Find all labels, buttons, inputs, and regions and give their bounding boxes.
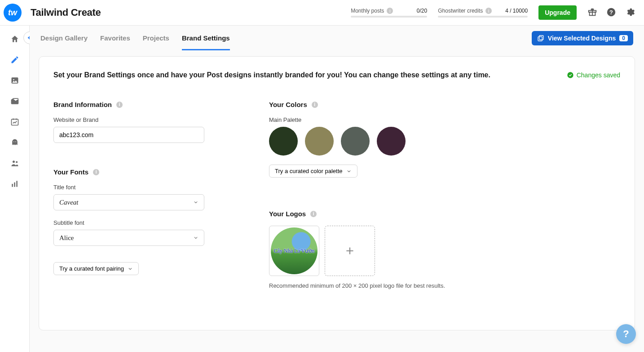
info-icon[interactable]: i bbox=[116, 102, 123, 108]
svg-rect-13 bbox=[16, 181, 18, 187]
tab-design-gallery[interactable]: Design Gallery bbox=[40, 26, 88, 50]
svg-point-10 bbox=[16, 161, 18, 163]
chevron-down-icon bbox=[193, 200, 198, 205]
gear-icon[interactable] bbox=[625, 7, 635, 18]
svg-point-7 bbox=[13, 142, 14, 143]
add-logo-button[interactable] bbox=[325, 226, 375, 276]
chevron-down-icon bbox=[193, 235, 198, 241]
sidenav bbox=[0, 26, 30, 352]
your-fonts-title: Your Fonts bbox=[53, 168, 88, 176]
brand-info-title: Brand Information bbox=[53, 101, 112, 108]
topbar: tw Tailwind Create Monthly posts i 0/20 … bbox=[0, 0, 644, 26]
color-swatches bbox=[269, 127, 445, 156]
tab-favorites[interactable]: Favorites bbox=[100, 26, 130, 50]
ghostwriter-credits-meter: Ghostwriter credits i 4 / 10000 bbox=[438, 8, 528, 18]
logo-thumbnail[interactable] bbox=[269, 226, 319, 276]
mail-icon[interactable] bbox=[9, 96, 20, 107]
check-circle-icon bbox=[567, 71, 574, 79]
app-logo[interactable]: tw bbox=[4, 4, 22, 22]
your-logos-title: Your Logos bbox=[269, 210, 306, 218]
logo-hint: Recommended minimum of 200 × 200 pixel l… bbox=[269, 282, 445, 289]
svg-point-8 bbox=[15, 142, 16, 143]
info-icon[interactable]: i bbox=[310, 211, 317, 217]
ghostwriter-credits-value: 4 / 10000 bbox=[505, 8, 528, 14]
subtitle-font-select[interactable]: Alice bbox=[53, 230, 204, 246]
bar-chart-icon[interactable] bbox=[9, 178, 20, 189]
color-swatch[interactable] bbox=[269, 127, 298, 156]
info-icon[interactable]: i bbox=[93, 169, 99, 175]
plus-icon bbox=[344, 245, 356, 257]
info-icon[interactable]: i bbox=[312, 102, 318, 108]
info-icon[interactable]: i bbox=[485, 8, 492, 14]
help-fab-button[interactable]: ? bbox=[616, 324, 636, 344]
info-icon[interactable]: i bbox=[387, 8, 393, 14]
main-palette-label: Main Palette bbox=[269, 116, 445, 123]
svg-rect-11 bbox=[12, 184, 13, 187]
title-font-label: Title font bbox=[53, 184, 215, 191]
website-input[interactable] bbox=[53, 127, 204, 143]
svg-point-5 bbox=[13, 79, 14, 80]
view-selected-designs-button[interactable]: View Selected Designs 0 bbox=[532, 31, 633, 45]
help-icon[interactable]: ? bbox=[606, 7, 616, 18]
logo-image bbox=[271, 227, 318, 274]
monthly-posts-label: Monthly posts bbox=[351, 8, 384, 14]
font-pairing-button[interactable]: Try a curated font pairing bbox=[53, 262, 139, 275]
ghostwriter-credits-bar bbox=[438, 16, 528, 18]
svg-rect-12 bbox=[14, 183, 15, 187]
selected-count-badge: 0 bbox=[619, 35, 628, 41]
changes-saved-status: Changes saved bbox=[567, 71, 620, 79]
content-area: Design Gallery Favorites Projects Brand … bbox=[30, 26, 644, 352]
tabs-row: Design Gallery Favorites Projects Brand … bbox=[30, 26, 644, 51]
app-title: Tailwind Create bbox=[31, 7, 101, 18]
svg-text:?: ? bbox=[609, 9, 613, 15]
subtitle-font-label: Subtitle font bbox=[53, 219, 215, 226]
monthly-posts-bar bbox=[351, 16, 427, 18]
svg-point-9 bbox=[13, 160, 15, 163]
ghostwriter-credits-label: Ghostwriter credits bbox=[438, 8, 483, 14]
upgrade-button[interactable]: Upgrade bbox=[538, 5, 577, 20]
color-swatch[interactable] bbox=[305, 127, 334, 156]
your-colors-title: Your Colors bbox=[269, 101, 307, 108]
website-label: Website or Brand bbox=[53, 116, 215, 123]
svg-rect-15 bbox=[538, 37, 542, 41]
ghost-icon[interactable] bbox=[9, 137, 20, 148]
home-icon[interactable] bbox=[9, 34, 20, 45]
chevron-down-icon bbox=[128, 266, 133, 272]
image-icon[interactable] bbox=[9, 75, 20, 86]
color-swatch[interactable] bbox=[377, 127, 406, 156]
pencil-icon[interactable] bbox=[9, 54, 20, 65]
monthly-posts-value: 0/20 bbox=[417, 8, 427, 14]
color-swatch[interactable] bbox=[341, 127, 370, 156]
people-icon[interactable] bbox=[9, 158, 20, 169]
chevron-down-icon bbox=[346, 169, 352, 174]
monthly-posts-meter: Monthly posts i 0/20 bbox=[351, 8, 427, 18]
gift-icon[interactable] bbox=[587, 7, 597, 18]
svg-point-16 bbox=[567, 72, 573, 78]
color-palette-button[interactable]: Try a curated color palette bbox=[269, 165, 357, 178]
svg-rect-6 bbox=[11, 119, 18, 125]
svg-rect-14 bbox=[539, 36, 543, 40]
tab-brand-settings[interactable]: Brand Settings bbox=[182, 26, 230, 50]
view-selected-label: View Selected Designs bbox=[548, 35, 616, 42]
title-font-select[interactable]: Caveat bbox=[53, 194, 204, 210]
brand-settings-panel: Set your Brand Settings once and have yo… bbox=[39, 56, 635, 330]
tab-projects[interactable]: Projects bbox=[143, 26, 169, 50]
panel-description: Set your Brand Settings once and have yo… bbox=[53, 71, 490, 79]
calendar-chart-icon[interactable] bbox=[9, 116, 20, 127]
